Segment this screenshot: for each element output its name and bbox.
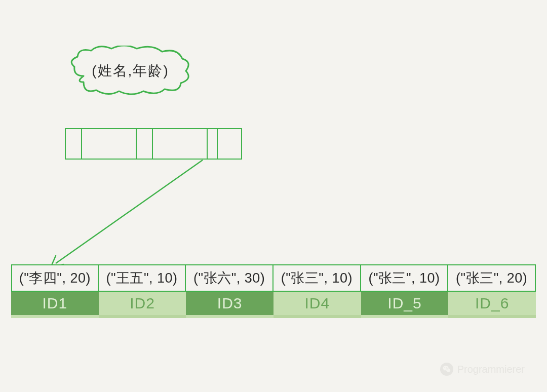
- schema-label: (姓名,年龄): [68, 46, 192, 96]
- record: ("王五", 10)ID2: [99, 264, 186, 318]
- records-row: ("李四", 20)ID1("王五", 10)ID2("张六", 30)ID3(…: [11, 264, 536, 318]
- tuple-cell: ("王五", 10): [99, 264, 186, 292]
- tuple-cell: ("张三", 10): [274, 264, 361, 292]
- pointer-arrow-icon: [20, 157, 233, 273]
- index-cell: [152, 128, 207, 160]
- id-label: ID_5: [361, 292, 449, 318]
- watermark: Programmierer: [440, 363, 525, 376]
- record: ("张三", 20)ID_6: [448, 264, 536, 318]
- tuple-cell: ("李四", 20): [11, 264, 99, 292]
- schema-cloud: (姓名,年龄): [68, 46, 192, 96]
- tuple-cell: ("张六", 30): [186, 264, 274, 292]
- id-label: ID_6: [448, 292, 536, 318]
- record: ("张三", 10)ID_5: [361, 264, 449, 318]
- index-cell: [207, 128, 217, 160]
- index-cell: [217, 128, 242, 160]
- id-label: ID3: [186, 292, 274, 318]
- wechat-icon: [440, 363, 453, 376]
- id-label: ID4: [274, 292, 361, 318]
- tuple-cell: ("张三", 10): [361, 264, 449, 292]
- index-cell: [65, 128, 81, 160]
- record: ("张六", 30)ID3: [186, 264, 274, 318]
- id-label: ID1: [11, 292, 99, 318]
- index-cell: [81, 128, 136, 160]
- record: ("李四", 20)ID1: [11, 264, 99, 318]
- tuple-cell: ("张三", 20): [448, 264, 536, 292]
- svg-line-0: [56, 160, 203, 263]
- watermark-text: Programmierer: [457, 364, 525, 375]
- id-label: ID2: [99, 292, 186, 318]
- record: ("张三", 10)ID4: [274, 264, 361, 318]
- index-node: [65, 128, 242, 160]
- index-cell: [136, 128, 152, 160]
